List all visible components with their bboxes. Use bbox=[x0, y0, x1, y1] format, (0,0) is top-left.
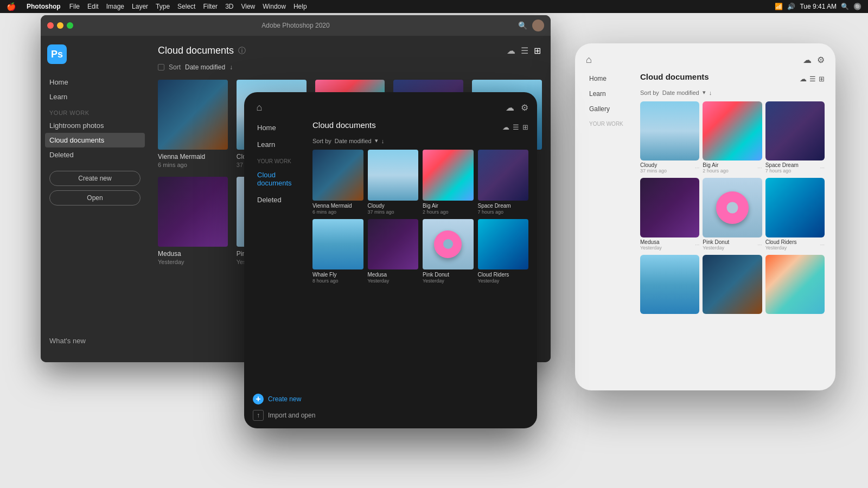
ipad-light-row2: Medusa Yesterday ··· Pink Donut Yesterda… bbox=[640, 178, 825, 250]
ipad-light-nav-learn[interactable]: Learn bbox=[586, 87, 640, 100]
sidebar-item-deleted[interactable]: Deleted bbox=[41, 147, 149, 162]
list-view-button[interactable]: ☰ bbox=[520, 44, 529, 57]
ipad-light-cloud-view[interactable]: ☁ bbox=[800, 75, 807, 83]
more-icon[interactable]: ··· bbox=[757, 165, 762, 171]
menu-layer[interactable]: Layer bbox=[132, 3, 148, 10]
ipad-grid-view[interactable]: ⊞ bbox=[522, 123, 528, 131]
sort-direction-icon[interactable]: ↓ bbox=[229, 63, 233, 71]
ipad-light-thumb[interactable] bbox=[765, 178, 825, 237]
ipad-light-thumb[interactable] bbox=[640, 255, 699, 314]
more-icon[interactable]: ··· bbox=[757, 242, 762, 248]
more-icon[interactable]: ··· bbox=[695, 165, 699, 171]
sidebar-item-lightroom[interactable]: Lightroom photos bbox=[41, 118, 149, 133]
ipad-light-thumb[interactable] bbox=[703, 101, 762, 160]
info-icon[interactable]: ⓘ bbox=[238, 46, 246, 56]
doc-thumb-medusa[interactable] bbox=[158, 177, 228, 247]
ipad-light-nav-gallery[interactable]: Gallery bbox=[586, 102, 640, 115]
menu-file[interactable]: File bbox=[69, 3, 80, 10]
ipad-thumb[interactable] bbox=[312, 150, 363, 201]
ipad-light-thumb[interactable] bbox=[765, 255, 825, 314]
import-open-action[interactable]: ↑ Import and open bbox=[253, 410, 315, 421]
more-icon[interactable]: ··· bbox=[695, 242, 699, 248]
sort-value[interactable]: Date modified bbox=[662, 89, 699, 96]
ipad-nav-cloud-docs[interactable]: Cloud documents bbox=[253, 168, 312, 190]
user-avatar[interactable] bbox=[532, 20, 544, 31]
sort-direction-icon[interactable]: ↓ bbox=[381, 138, 385, 144]
sidebar-section-your-work: YOUR WORK bbox=[41, 104, 149, 118]
ipad-dark-grid: Vienna Mermaid 6 mins ago Cloudy 37 mins… bbox=[312, 150, 528, 284]
menu-edit[interactable]: Edit bbox=[87, 3, 99, 10]
minimize-button[interactable] bbox=[57, 22, 63, 29]
menu-window[interactable]: Window bbox=[263, 3, 286, 10]
open-button[interactable]: Open bbox=[49, 190, 141, 206]
ipad-light-home-icon[interactable]: ⌂ bbox=[586, 54, 592, 66]
sidebar-item-home[interactable]: Home bbox=[41, 75, 149, 89]
more-icon[interactable]: ··· bbox=[820, 242, 825, 248]
ipad-list-view[interactable]: ☰ bbox=[513, 123, 519, 131]
sidebar-item-cloud-docs[interactable]: Cloud documents bbox=[45, 133, 145, 147]
ipad-thumb[interactable] bbox=[478, 150, 529, 201]
ipad-light-settings-icon[interactable]: ⚙ bbox=[817, 55, 825, 65]
settings-icon[interactable]: ⚙ bbox=[521, 102, 528, 113]
ipad-light-cloud-icon[interactable]: ☁ bbox=[803, 55, 812, 65]
cloud-icon[interactable]: ☁ bbox=[506, 102, 514, 113]
menu-image[interactable]: Image bbox=[106, 3, 124, 10]
ipad-thumb[interactable] bbox=[478, 219, 529, 270]
ipad-light-doc-spacedream: Space Dream 7 hours ago ··· bbox=[765, 101, 825, 174]
ipad-nav-home[interactable]: Home bbox=[253, 120, 312, 135]
ipad-light-thumb[interactable] bbox=[703, 255, 762, 314]
ipad-cloud-view[interactable]: ☁ bbox=[502, 123, 509, 131]
menu-select[interactable]: Select bbox=[177, 3, 195, 10]
menu-type[interactable]: Type bbox=[156, 3, 170, 10]
ipad-light-grid-view[interactable]: ⊞ bbox=[819, 75, 825, 83]
doc-thumb-vienna[interactable] bbox=[158, 80, 228, 150]
ipad-light-thumb[interactable] bbox=[703, 178, 762, 237]
ipad-nav-learn[interactable]: Learn bbox=[253, 137, 312, 152]
sort-label: Sort bbox=[169, 63, 181, 71]
close-button[interactable] bbox=[47, 22, 54, 29]
ipad-thumb[interactable] bbox=[423, 219, 474, 270]
ipad-doc-time: Yesterday bbox=[478, 278, 529, 284]
apple-menu[interactable]: 🍎 bbox=[7, 2, 16, 11]
menu-3d[interactable]: 3D bbox=[225, 3, 233, 10]
cloud-view-button[interactable]: ☁ bbox=[506, 44, 516, 57]
ipad-light-list-view[interactable]: ☰ bbox=[809, 75, 816, 83]
ipad-light-thumb[interactable] bbox=[765, 101, 825, 160]
menu-filter[interactable]: Filter bbox=[203, 3, 218, 10]
ipad-light-thumb[interactable] bbox=[640, 101, 699, 160]
create-new-action[interactable]: + Create new bbox=[253, 394, 315, 404]
ipad-thumb[interactable] bbox=[312, 219, 363, 270]
sort-value[interactable]: Date modified bbox=[335, 138, 372, 144]
sort-chevron-icon[interactable]: ▾ bbox=[703, 89, 706, 96]
control-center-icon[interactable]: 🔘 bbox=[853, 3, 861, 10]
ipad-thumb[interactable] bbox=[368, 150, 419, 201]
app-menu[interactable]: Photoshop bbox=[27, 3, 61, 10]
ipad-doc-time: Yesterday bbox=[368, 278, 419, 284]
fullscreen-button[interactable] bbox=[67, 22, 73, 29]
menu-help[interactable]: Help bbox=[293, 3, 307, 10]
more-icon[interactable]: ··· bbox=[820, 165, 825, 171]
sort-direction-icon[interactable]: ↓ bbox=[709, 89, 712, 96]
doc-time: 37 mins ago bbox=[640, 168, 667, 174]
sort-select[interactable]: Date modified bbox=[185, 63, 225, 71]
ipad-thumb[interactable] bbox=[423, 150, 474, 201]
ipad-thumb[interactable] bbox=[368, 219, 419, 270]
home-icon[interactable]: ⌂ bbox=[253, 101, 266, 114]
ipad-light-title: Cloud documents bbox=[640, 72, 709, 81]
ipad-light-doc-pinkdonut: Pink Donut Yesterday ··· bbox=[703, 178, 762, 250]
whats-new-link[interactable]: What's new bbox=[49, 337, 141, 345]
grid-view-button[interactable]: ⊞ bbox=[533, 44, 542, 57]
ipad-dark-content: Home Learn YOUR WORK Cloud documents Del… bbox=[253, 120, 528, 418]
sidebar-item-learn[interactable]: Learn bbox=[41, 89, 149, 104]
select-all-checkbox[interactable] bbox=[158, 64, 164, 70]
search-icon[interactable]: 🔍 bbox=[841, 3, 849, 10]
menu-view[interactable]: View bbox=[241, 3, 255, 10]
ipad-nav-deleted[interactable]: Deleted bbox=[253, 192, 312, 207]
ipad-light-thumb[interactable] bbox=[640, 178, 699, 237]
search-icon[interactable]: 🔍 bbox=[518, 21, 527, 30]
ipad-light-nav-home[interactable]: Home bbox=[586, 72, 640, 85]
doc-name: Cloudy bbox=[640, 162, 667, 168]
create-new-button[interactable]: Create new bbox=[49, 171, 141, 186]
sort-chevron-icon[interactable]: ▾ bbox=[375, 137, 378, 144]
import-icon: ↑ bbox=[253, 410, 264, 421]
